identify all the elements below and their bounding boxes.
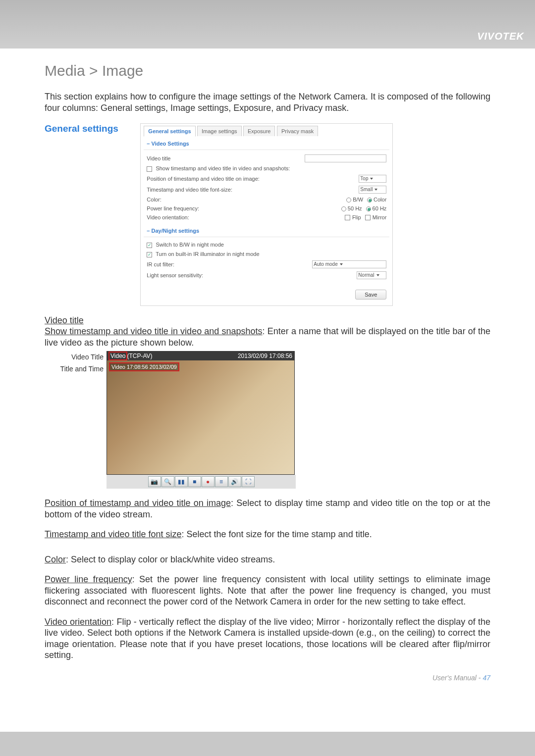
video-settings-group-title: – Video Settings bbox=[147, 141, 389, 147]
position-select[interactable]: Top bbox=[359, 175, 386, 183]
video-title-heading: Video title bbox=[45, 315, 490, 326]
brand-logo: VIVOTEK bbox=[477, 31, 524, 42]
mirror-checkbox[interactable] bbox=[365, 215, 371, 220]
position-label: Position of timestamp and video title on… bbox=[147, 176, 259, 182]
callout-title-time: Title and Time bbox=[45, 365, 104, 373]
overlay-title-time: Video 17:08:56 2013/02/09 bbox=[109, 362, 179, 371]
video-title-label: Video title bbox=[147, 155, 170, 161]
tab-image-settings[interactable]: Image settings bbox=[197, 126, 242, 136]
tab-privacy-mask[interactable]: Privacy mask bbox=[277, 126, 318, 136]
color-paragraph: Color: Select to display color or black/… bbox=[45, 554, 490, 565]
font-size-label: Timestamp and video title font-size: bbox=[147, 187, 232, 193]
ir-cut-label: IR cut filter: bbox=[147, 261, 174, 267]
page-body: Media > Image This section explains how … bbox=[0, 49, 535, 732]
video-title-figure: Video Title Title and Time Video(TCP-AV)… bbox=[45, 351, 490, 489]
pause-icon[interactable]: ▮▮ bbox=[175, 476, 188, 487]
show-timestamp-checkbox[interactable] bbox=[147, 166, 152, 172]
orientation-label: Video orientation: bbox=[147, 214, 189, 220]
zoom-icon[interactable]: 🔍 bbox=[161, 476, 174, 487]
fullscreen-icon[interactable]: ⛶ bbox=[242, 476, 255, 487]
color-bw-radio[interactable] bbox=[346, 198, 351, 202]
show-timestamp-paragraph: Show timestamp and video title in video … bbox=[45, 326, 490, 348]
video-settings-group: Video title Show timestamp and video tit… bbox=[144, 150, 389, 223]
settings-panel: General settings Image settings Exposure… bbox=[140, 123, 393, 306]
light-sensor-label: Light sensor sensitivity: bbox=[147, 272, 203, 278]
tab-general-settings[interactable]: General settings bbox=[144, 126, 195, 137]
chevron-down-icon bbox=[374, 189, 377, 191]
video-preview-box: Video(TCP-AV) 2013/02/09 17:08:56 Video … bbox=[107, 351, 295, 475]
flip-checkbox[interactable] bbox=[345, 215, 350, 220]
power-freq-paragraph: Power line frequency: Set the power line… bbox=[45, 574, 490, 607]
video-timestamp: 2013/02/09 17:08:56 bbox=[238, 353, 292, 359]
chevron-down-icon bbox=[370, 178, 373, 180]
chevron-down-icon bbox=[340, 263, 343, 265]
camera-icon[interactable]: 📷 bbox=[148, 476, 161, 487]
video-title-callout-box: Video bbox=[108, 352, 127, 360]
chevron-down-icon bbox=[376, 274, 379, 276]
header-bar: VIVOTEK bbox=[0, 0, 535, 49]
daynight-group: ✓ Switch to B/W in night mode ✓ Turn on … bbox=[144, 237, 389, 281]
power-60hz-radio[interactable] bbox=[366, 206, 371, 211]
power-50hz-radio[interactable] bbox=[341, 206, 346, 211]
section-title: Media > Image bbox=[45, 62, 490, 79]
playlist-icon[interactable]: ≡ bbox=[215, 476, 228, 487]
power-freq-label: Power line frequency: bbox=[147, 205, 199, 211]
orientation-paragraph: Video orientation: Flip - vertically ref… bbox=[45, 616, 490, 661]
footer: User's Manual - 47 bbox=[45, 674, 490, 682]
builtin-ir-checkbox[interactable]: ✓ bbox=[147, 252, 152, 257]
panel-tabs: General settings Image settings Exposure… bbox=[144, 126, 389, 137]
save-button[interactable]: Save bbox=[355, 290, 386, 300]
font-size-paragraph: Timestamp and video title font size: Sel… bbox=[45, 529, 490, 540]
tab-exposure[interactable]: Exposure bbox=[243, 126, 275, 136]
light-sensor-select[interactable]: Normal bbox=[357, 271, 386, 279]
switch-bw-checkbox[interactable]: ✓ bbox=[147, 243, 152, 248]
callout-video-title: Video Title bbox=[45, 353, 104, 361]
general-settings-heading: General settings bbox=[45, 123, 118, 134]
show-timestamp-label: Show timestamp and video title in video … bbox=[147, 165, 290, 172]
intro-paragraph: This section explains how to configure t… bbox=[45, 91, 490, 113]
color-label: Color: bbox=[147, 197, 161, 202]
volume-icon[interactable]: 🔊 bbox=[228, 476, 241, 487]
video-toolbar: 📷 🔍 ▮▮ ■ ● ≡ 🔊 ⛶ bbox=[107, 475, 296, 489]
ir-cut-select[interactable]: Auto mode bbox=[312, 260, 386, 268]
position-paragraph: Position of timestamp and video title on… bbox=[45, 498, 490, 520]
record-icon[interactable]: ● bbox=[202, 476, 214, 487]
video-title-input[interactable] bbox=[305, 154, 386, 162]
stop-icon[interactable]: ■ bbox=[188, 476, 201, 487]
daynight-group-title: – Day/Night settings bbox=[147, 228, 389, 234]
color-color-radio[interactable] bbox=[367, 198, 372, 202]
font-size-select[interactable]: Small bbox=[359, 186, 386, 194]
